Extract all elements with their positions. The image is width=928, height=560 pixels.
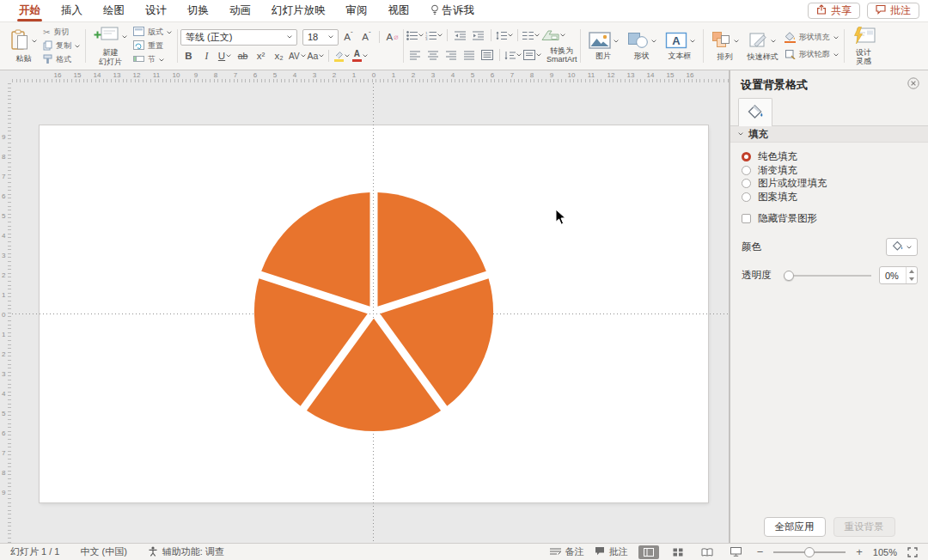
highlighter-icon [333, 51, 344, 62]
align-right-button[interactable] [443, 48, 459, 63]
share-button[interactable]: 共享 [808, 3, 860, 19]
menu-tab-transitions[interactable]: 切换 [177, 0, 219, 21]
slide-canvas[interactable]: 1615141312111098765432101234567891011121… [0, 70, 730, 543]
hide-background-checkbox[interactable]: 隐藏背景图形 [742, 212, 918, 225]
justify-button[interactable] [461, 48, 477, 63]
comments-button[interactable]: 批注 [867, 3, 919, 19]
cut-button[interactable]: ✂ 剪切 [43, 26, 80, 39]
reset-background-button[interactable]: 重设背景 [833, 517, 895, 537]
zoom-level[interactable]: 105% [873, 547, 897, 557]
zoom-slider[interactable] [773, 546, 846, 557]
language-indicator[interactable]: 中文 (中国) [80, 545, 126, 558]
shape-outline-button[interactable]: 形状轮廓 [785, 48, 839, 61]
align-center-button[interactable] [424, 48, 441, 63]
menu-tab-design[interactable]: 设计 [135, 0, 177, 21]
transparency-slider[interactable] [784, 270, 872, 281]
change-case-button[interactable]: Aa [308, 49, 325, 64]
increase-indent-button[interactable] [470, 28, 486, 43]
textbox-button[interactable]: A 文本框 [662, 31, 698, 62]
reading-view-button[interactable] [697, 545, 717, 559]
copy-icon [43, 40, 52, 52]
grow-font-button[interactable]: Aˆ [340, 30, 357, 45]
columns-button[interactable] [522, 28, 540, 43]
design-ideas-button[interactable]: 设计灵感 [850, 25, 878, 66]
transparency-spinner[interactable]: 0% [879, 266, 918, 284]
spin-up-button[interactable] [907, 267, 917, 276]
subscript-button[interactable]: x₂ [271, 49, 287, 64]
option-gradient-fill[interactable]: 渐变填充 [742, 164, 918, 178]
slideshow-view-button[interactable] [726, 545, 747, 559]
layout-icon [133, 27, 144, 38]
convert-smartart-button[interactable]: 转换为 SmartArt [546, 46, 577, 64]
section-button[interactable]: 节 [133, 53, 172, 66]
font-name-combo[interactable]: 等线 (正文) [180, 29, 297, 46]
layout-button[interactable]: 版式 [133, 26, 172, 39]
accessibility-status[interactable]: 辅助功能: 调查 [148, 545, 224, 558]
superscript-button[interactable]: x² [253, 49, 269, 64]
menu-tab-animations[interactable]: 动画 [219, 0, 261, 21]
clear-formatting-button[interactable]: A⌀ [384, 30, 400, 45]
transparency-label: 透明度 [742, 269, 772, 282]
numbering-button[interactable]: 123 [425, 28, 443, 43]
menu-tab-view[interactable]: 视图 [378, 0, 420, 21]
menu-tab-review[interactable]: 审阅 [336, 0, 378, 21]
smartart-arrow-icon[interactable] [541, 28, 565, 43]
strikethrough-button[interactable]: ab [235, 49, 251, 64]
paste-button[interactable]: 粘贴 [8, 28, 40, 64]
comments-toggle[interactable]: 批注 [595, 545, 628, 558]
shapes-button[interactable]: 形状 [625, 31, 659, 62]
italic-button[interactable]: I [198, 49, 215, 64]
option-solid-fill[interactable]: 纯色填充 [742, 150, 918, 164]
picture-button[interactable]: 图片 [586, 31, 621, 62]
color-picker-button[interactable] [886, 238, 918, 256]
align-left-button[interactable] [406, 48, 423, 63]
textbox-icon: A [665, 32, 687, 51]
fit-slide-button[interactable] [907, 547, 918, 557]
spin-down-button[interactable] [907, 276, 917, 284]
menu-tab-home[interactable]: 开始 [9, 0, 51, 21]
zoom-slider-knob[interactable] [804, 547, 815, 557]
shape-fill-button[interactable]: 形状填充 [785, 31, 839, 44]
zoom-in-button[interactable]: + [856, 545, 863, 558]
zoom-out-button[interactable]: − [757, 545, 764, 558]
ruler-vertical: 9876543210123456789 [0, 83, 12, 543]
menu-tab-draw[interactable]: 绘图 [93, 0, 135, 21]
fill-tab[interactable] [738, 98, 772, 126]
quick-styles-button[interactable]: 快速样式 [745, 30, 781, 62]
text-direction-button[interactable] [504, 48, 522, 63]
bold-button[interactable]: B [180, 49, 197, 64]
font-color-button[interactable]: A [351, 49, 368, 64]
new-slide-button[interactable]: 新建幻灯片 [91, 25, 130, 67]
slide-sorter-view-button[interactable] [668, 545, 688, 559]
decrease-indent-button[interactable] [452, 28, 468, 43]
underline-button[interactable]: U [217, 49, 233, 64]
shrink-font-button[interactable]: Aˇ [358, 30, 375, 45]
align-text-button[interactable] [523, 48, 541, 63]
notes-toggle[interactable]: 备注 [550, 545, 584, 558]
copy-button[interactable]: 复制 [43, 40, 80, 52]
ribbon-group-paragraph: 123 转换为 SmartArt [406, 25, 577, 67]
format-painter-button[interactable]: 格式 [43, 53, 80, 66]
menu-tab-insert[interactable]: 插入 [51, 0, 93, 21]
arrange-button[interactable]: 排列 [709, 30, 742, 62]
reset-icon [133, 40, 144, 52]
pie-chart[interactable] [245, 183, 503, 441]
apply-to-all-button[interactable]: 全部应用 [764, 517, 826, 537]
slider-knob[interactable] [784, 271, 794, 281]
line-spacing-button[interactable] [496, 28, 513, 43]
highlight-color-button[interactable] [333, 49, 350, 64]
format-painter-icon [43, 54, 52, 66]
reset-button[interactable]: 重置 [133, 40, 172, 52]
character-spacing-button[interactable]: AV [289, 49, 306, 64]
close-icon[interactable] [907, 77, 919, 91]
normal-view-button[interactable] [638, 545, 659, 559]
transparency-value: 0% [880, 267, 906, 283]
bullets-button[interactable] [406, 28, 424, 43]
menu-tab-tellme[interactable]: 告诉我 [420, 0, 485, 21]
option-pattern-fill[interactable]: 图案填充 [742, 191, 918, 204]
font-size-combo[interactable]: 18 [302, 29, 339, 46]
menu-tab-slideshow[interactable]: 幻灯片放映 [261, 0, 336, 21]
distribute-text-button[interactable] [479, 48, 495, 63]
option-picture-texture-fill[interactable]: 图片或纹理填充 [742, 177, 918, 191]
fill-section-header[interactable]: 填充 [730, 126, 928, 143]
